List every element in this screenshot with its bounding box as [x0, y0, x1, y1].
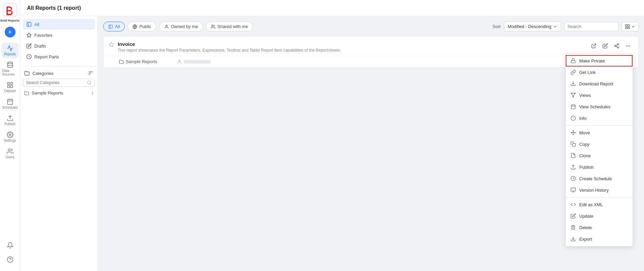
svg-rect-60 [573, 143, 576, 146]
menu-item-download-report[interactable]: Download Report [566, 78, 633, 89]
svg-point-42 [617, 47, 619, 48]
share-report-button[interactable] [612, 41, 621, 51]
sidebar-item-reports[interactable]: Reports [2, 43, 19, 58]
more-options-button[interactable] [623, 41, 633, 51]
edit-icon [603, 43, 608, 49]
menu-item-move[interactable]: Move [566, 127, 633, 138]
category-count: 1 [91, 91, 93, 95]
view-schedules-icon [570, 104, 576, 109]
drafts-icon [26, 43, 32, 49]
menu-item-views[interactable]: Views [566, 89, 633, 101]
menu-label-view-schedules: View Schedules [579, 104, 610, 109]
all-label: All [34, 22, 39, 27]
report-card-row: Sample Reports 12/26/2023 03:43 PM [104, 56, 638, 67]
publish-menu-icon [570, 164, 576, 170]
menu-label-views: Views [579, 93, 591, 98]
panel-nav-favorites[interactable]: Favorites [23, 30, 95, 40]
menu-item-export[interactable]: Export [566, 233, 633, 245]
menu-label-publish: Publish [579, 165, 594, 170]
category-sample-reports[interactable]: Sample Reports 1 [20, 88, 97, 98]
open-report-button[interactable] [589, 41, 598, 51]
search-categories-input[interactable] [26, 80, 86, 85]
menu-item-make-private[interactable]: Make Private [566, 55, 633, 66]
menu-item-publish[interactable]: Publish [566, 161, 633, 173]
link-icon [570, 70, 576, 75]
svg-point-14 [8, 148, 10, 151]
bold-reports-logo [4, 4, 16, 16]
svg-point-45 [628, 46, 628, 46]
view-toggle[interactable] [622, 22, 639, 31]
menu-item-create-schedule[interactable]: Create Schedule [566, 173, 633, 184]
filter-owned-button[interactable]: Owned by me [159, 22, 203, 31]
menu-label-move: Move [579, 130, 590, 135]
svg-rect-35 [628, 25, 630, 26]
logo-area[interactable] [3, 3, 18, 18]
owner-icon [177, 59, 182, 64]
report-folder: Sample Reports [119, 59, 173, 64]
svg-rect-1 [7, 8, 10, 10]
update-icon [570, 213, 576, 219]
move-icon [570, 130, 576, 135]
categories-label: Categories [32, 71, 54, 76]
help-button[interactable] [4, 253, 16, 266]
edit-report-button[interactable] [601, 41, 610, 51]
panel-nav-report-parts[interactable]: Report Parts [23, 51, 95, 62]
search-input[interactable] [567, 24, 624, 29]
svg-point-41 [615, 45, 616, 47]
sidebar-item-dataset[interactable]: Dataset [2, 80, 19, 95]
panel-nav-drafts[interactable]: Drafts [23, 40, 95, 51]
app-name-label: Bold Reports [0, 19, 20, 23]
favorite-star[interactable] [109, 42, 114, 48]
category-item-left: Sample Reports [24, 90, 63, 96]
svg-line-44 [616, 45, 618, 46]
menu-item-info[interactable]: Info [566, 112, 633, 124]
filter-bar-right: Sort Modified - Descending [493, 22, 639, 31]
svg-point-46 [630, 46, 630, 46]
menu-item-get-link[interactable]: Get Link [566, 66, 633, 78]
sidebar-item-publish[interactable]: Publish [2, 113, 19, 128]
menu-item-version-history[interactable]: Version History [566, 184, 633, 196]
sort-select[interactable]: Modified - Descending [504, 22, 561, 31]
panel-nav-all[interactable]: All [23, 19, 95, 30]
nav-bottom [4, 239, 16, 266]
top-bar: All Reports (1 report) [20, 0, 644, 16]
sidebar-item-settings[interactable]: Settings [2, 129, 19, 144]
sidebar-item-users[interactable]: Users [2, 146, 19, 161]
add-button[interactable]: + [5, 27, 16, 37]
svg-rect-17 [27, 22, 31, 26]
svg-rect-5 [10, 82, 12, 84]
drafts-label: Drafts [34, 44, 46, 49]
narrow-sidebar: Bold Reports + Reports Data Sources Data… [0, 0, 20, 271]
sort-icon [88, 71, 93, 76]
filter-all-button[interactable]: All [103, 22, 125, 31]
all-icon [26, 22, 32, 27]
menu-item-edit-as-xml[interactable]: Edit as XML [566, 199, 633, 210]
report-owner [177, 59, 244, 64]
filter-public-button[interactable]: Public [127, 22, 156, 31]
menu-item-update[interactable]: Update [566, 210, 633, 222]
settings-label: Settings [4, 139, 16, 142]
svg-point-31 [212, 25, 213, 26]
menu-label-version-history: Version History [579, 188, 609, 193]
svg-marker-19 [27, 33, 31, 37]
report-card: Invoice This report showcases the Report… [103, 36, 639, 68]
bell-icon [7, 242, 13, 249]
filter-shared-icon [211, 24, 215, 29]
filter-shared-button[interactable]: Shared with me [206, 22, 253, 31]
svg-rect-37 [628, 27, 630, 29]
svg-rect-48 [571, 60, 575, 63]
dataset-icon [7, 82, 13, 88]
menu-item-view-schedules[interactable]: View Schedules [566, 101, 633, 112]
filter-bar: All Public Owned by me Shared with me So… [103, 22, 639, 31]
menu-item-clone[interactable]: Clone [566, 150, 633, 161]
create-schedule-icon [570, 176, 576, 181]
folder-icon [24, 91, 29, 96]
menu-label-info: Info [579, 116, 587, 121]
notifications-button[interactable] [4, 239, 16, 251]
sidebar-item-data-sources[interactable]: Data Sources [2, 59, 19, 78]
menu-item-copy[interactable]: Copy [566, 138, 633, 150]
menu-item-delete[interactable]: Delete [566, 222, 633, 233]
grid-view-icon [625, 24, 630, 29]
sidebar-item-schedules[interactable]: Schedules [2, 96, 19, 111]
publish-label: Publish [4, 122, 16, 126]
